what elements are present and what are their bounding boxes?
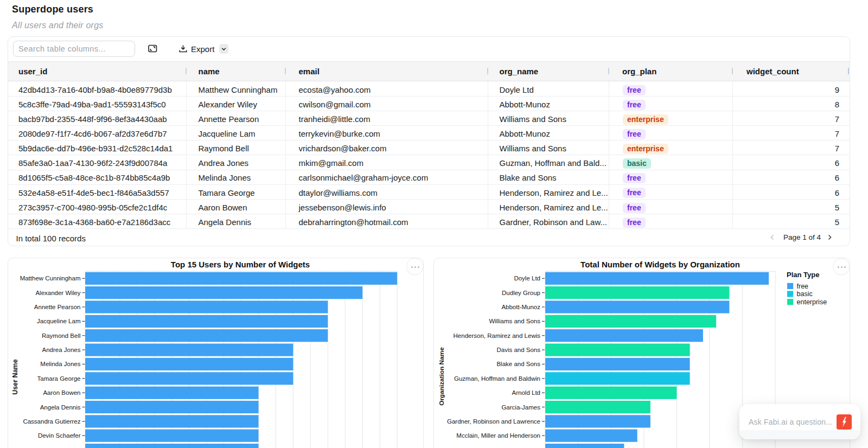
svg-text:Andrea Jones: Andrea Jones xyxy=(42,347,81,353)
svg-text:Gardner, Robinson and Lawrence: Gardner, Robinson and Lawrence xyxy=(447,418,540,424)
svg-text:Mcclain, Miller and Henderson: Mcclain, Miller and Henderson xyxy=(456,432,540,439)
svg-text:Alexander Wiley: Alexander Wiley xyxy=(35,289,80,296)
svg-text:Henderson, Ramirez and Lewis: Henderson, Ramirez and Lewis xyxy=(454,332,541,338)
svg-text:Garcia-James: Garcia-James xyxy=(501,404,540,410)
svg-text:Plan Type: Plan Type xyxy=(787,270,819,278)
svg-text:Tamara George: Tamara George xyxy=(37,375,81,381)
svg-text:Matthew Cunningham: Matthew Cunningham xyxy=(20,275,81,281)
svg-text:Melinda Jones: Melinda Jones xyxy=(40,361,80,367)
svg-text:Angela Dennis: Angela Dennis xyxy=(40,404,81,410)
svg-text:Arnold Ltd: Arnold Ltd xyxy=(512,389,540,396)
svg-text:Top 15 Users by Number of Widg: Top 15 Users by Number of Widgets xyxy=(171,260,310,269)
svg-text:basic: basic xyxy=(797,290,813,298)
svg-text:Devin Schaefer: Devin Schaefer xyxy=(38,432,81,439)
svg-text:Raymond Bell: Raymond Bell xyxy=(42,332,81,338)
svg-text:Doyle Ltd: Doyle Ltd xyxy=(514,275,540,281)
svg-text:free: free xyxy=(797,282,809,290)
svg-text:Williams and Sons: Williams and Sons xyxy=(489,318,540,324)
svg-text:enterprise: enterprise xyxy=(797,298,827,305)
svg-text:Total Number of Widgets by Org: Total Number of Widgets by Organization xyxy=(580,260,740,269)
svg-text:Abbott-Munoz: Abbott-Munoz xyxy=(501,304,540,310)
svg-text:Blake and Sons: Blake and Sons xyxy=(496,361,540,367)
svg-text:Dudley Group: Dudley Group xyxy=(502,289,540,296)
svg-text:Aaron Bowen: Aaron Bowen xyxy=(43,389,80,396)
svg-text:Davis and Sons: Davis and Sons xyxy=(496,347,540,353)
svg-text:Guzman, Hoffman and Baldwin: Guzman, Hoffman and Baldwin xyxy=(454,375,540,381)
svg-text:Jacqueline Lam: Jacqueline Lam xyxy=(37,318,81,324)
svg-text:Cassandra Gutierrez: Cassandra Gutierrez xyxy=(23,418,80,424)
svg-text:User Name: User Name xyxy=(11,359,19,394)
svg-text:Annette Pearson: Annette Pearson xyxy=(34,304,81,310)
svg-text:Organization Name: Organization Name xyxy=(438,347,445,405)
